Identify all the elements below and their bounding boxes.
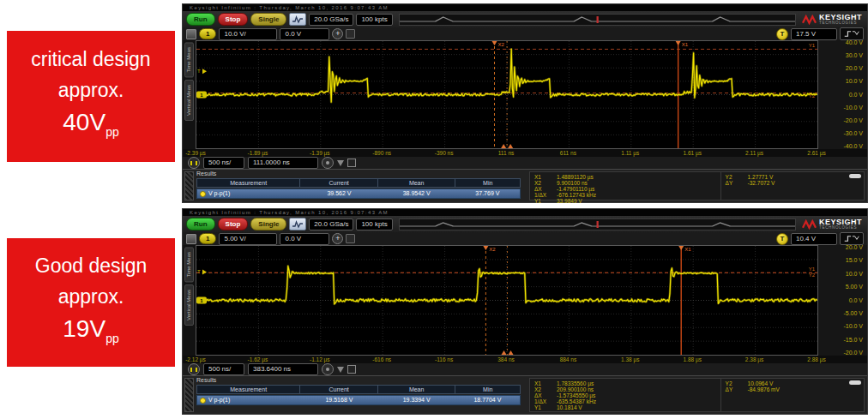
zoom-icon[interactable] bbox=[322, 157, 334, 169]
vertical-scale-field[interactable]: 5.00 V/ bbox=[219, 233, 277, 245]
y-tick-label: 5.00 V bbox=[846, 284, 863, 290]
memory-depth-field[interactable]: 100 kpts bbox=[356, 14, 392, 26]
channel-1-badge[interactable]: 1 bbox=[199, 28, 216, 39]
stop-button[interactable]: Stop bbox=[218, 218, 249, 230]
callout-critical-design: critical design approx. 40Vpp bbox=[7, 31, 175, 162]
voltage-axis: 40.0 V30.0 V20.0 V10.0 V0.0 V-10.0 V-20.… bbox=[818, 40, 867, 149]
trigger-badge[interactable]: T bbox=[776, 233, 788, 245]
svg-text:X2: X2 bbox=[489, 247, 496, 252]
results-title: Results bbox=[196, 377, 216, 383]
waveform-display[interactable]: Y1Y2X2X1T1 bbox=[196, 245, 818, 356]
y-tick-label: 30.0 V bbox=[846, 52, 863, 58]
x-tick-label: 2.61 µs bbox=[807, 150, 825, 156]
readout-scroll-pill[interactable] bbox=[849, 174, 861, 178]
readout-scroll-pill[interactable] bbox=[849, 380, 861, 385]
plot-area: Time Meas Vertical Meas Y1Y2X2X1T1 40.0 … bbox=[183, 40, 867, 149]
y-tick-label: -5.00 V bbox=[843, 309, 863, 315]
brand-name: KEYSIGHT bbox=[819, 218, 862, 225]
y-tick-label: 15.0 V bbox=[846, 257, 863, 263]
results-scrollbar[interactable] bbox=[184, 378, 194, 412]
result-row[interactable]: V p-p(1)19.5168 V19.3394 V18.7704 V bbox=[196, 395, 521, 405]
trigger-level-field[interactable]: 17.5 V bbox=[791, 28, 837, 40]
y-tick-label: -20.0 V bbox=[843, 117, 863, 123]
tab-vertical-meas[interactable]: Vertical Meas bbox=[184, 284, 194, 326]
tab-time-meas[interactable]: Time Meas bbox=[184, 42, 194, 77]
svg-text:X1: X1 bbox=[682, 42, 689, 47]
timebase-scale-field[interactable]: 500 ns/ bbox=[203, 363, 244, 375]
marker-icon[interactable] bbox=[337, 160, 344, 166]
tab-time-meas[interactable]: Time Meas bbox=[184, 247, 194, 282]
y-tick-label: -30.0 V bbox=[843, 129, 863, 135]
waveform-display[interactable]: Y1Y2X2X1T1 bbox=[196, 40, 818, 149]
trigger-badge[interactable]: T bbox=[776, 28, 788, 40]
callout-line: Good design bbox=[35, 250, 147, 281]
timebase-position-field[interactable]: 383.6400 ns bbox=[248, 363, 318, 375]
stop-button[interactable]: Stop bbox=[218, 13, 249, 26]
window-title: Keysight Infiniium : Thursday, March 10,… bbox=[190, 5, 389, 10]
marker-readout-row: Y133.9849 V bbox=[534, 198, 716, 204]
results-column-header: Mean bbox=[378, 178, 456, 188]
display-settings-icon[interactable] bbox=[289, 13, 306, 26]
single-button[interactable]: Single bbox=[250, 218, 286, 230]
keysight-logo: KEYSIGHTTECHNOLOGIES bbox=[802, 218, 864, 230]
expand-button[interactable]: + bbox=[332, 233, 343, 244]
sample-rate-field[interactable]: 20.0 GSa/s bbox=[309, 14, 353, 26]
measure-tabs: Time Meas Vertical Meas bbox=[183, 40, 196, 149]
tab-vertical-meas[interactable]: Vertical Meas bbox=[184, 80, 194, 121]
x-tick-label: 384 ns bbox=[497, 356, 515, 362]
marker-readout-row: X29.900100 ns bbox=[534, 180, 716, 186]
run-control-icon[interactable] bbox=[188, 363, 200, 375]
run-button[interactable]: Run bbox=[186, 218, 215, 230]
y-tick-label: 20.0 V bbox=[846, 65, 863, 71]
vertical-scale-field[interactable]: 10.0 V/ bbox=[219, 28, 277, 40]
results-table: MeasurementCurrentMeanMinV p-p(1)19.5168… bbox=[196, 385, 521, 405]
marker-readout-y: Y210.0964 VΔY-84.9876 mV bbox=[720, 379, 864, 411]
display-settings-icon[interactable] bbox=[289, 218, 306, 230]
results-column-header: Mean bbox=[378, 385, 456, 394]
trigger-level-field[interactable]: 10.4 V bbox=[791, 233, 837, 245]
window-icon[interactable] bbox=[347, 365, 356, 374]
timebase-position-field[interactable]: 111.0000 ns bbox=[248, 157, 318, 169]
channel-color-dot bbox=[200, 398, 206, 404]
menu-button[interactable] bbox=[346, 29, 355, 39]
zoom-icon[interactable] bbox=[322, 363, 334, 375]
plot-area: Time Meas Vertical Meas Y1Y2X2X1T1 20.0 … bbox=[183, 245, 867, 356]
result-row[interactable]: V p-p(1)39.562 V38.9542 V37.769 V bbox=[196, 189, 521, 199]
y-tick-label: -20.0 V bbox=[843, 350, 863, 356]
x-tick-label: -1.62 µs bbox=[248, 356, 268, 362]
x-tick-label: 884 ns bbox=[560, 356, 577, 362]
results-title: Results bbox=[196, 171, 216, 177]
memory-depth-field[interactable]: 100 kpts bbox=[356, 218, 392, 230]
x-tick-label: 1.11 µs bbox=[621, 150, 639, 156]
vertical-offset-field[interactable]: 0.0 V bbox=[280, 233, 329, 245]
expand-button[interactable]: + bbox=[332, 28, 343, 39]
x-tick-label: 2.11 µs bbox=[745, 150, 763, 156]
run-button[interactable]: Run bbox=[186, 13, 215, 26]
marker-readout-y: Y21.27771 VΔY-32.7072 V bbox=[720, 172, 864, 200]
marker-readout-row: ΔY-32.7072 V bbox=[726, 180, 859, 186]
vertical-offset-field[interactable]: 0.0 V bbox=[280, 28, 329, 40]
time-axis: -2.39 µs-1.89 µs-1.39 µs-890 ns-390 ns11… bbox=[183, 149, 867, 157]
single-button[interactable]: Single bbox=[250, 13, 286, 26]
sample-rate-field[interactable]: 20.0 GSa/s bbox=[309, 218, 353, 230]
marker-readout-row: Y210.0964 V bbox=[726, 380, 859, 386]
save-icon[interactable] bbox=[186, 234, 196, 244]
acquisition-preview[interactable] bbox=[399, 218, 796, 230]
marker-readout-row: ΔY-84.9876 mV bbox=[726, 386, 859, 392]
window-icon[interactable] bbox=[347, 159, 356, 167]
acquisition-preview[interactable] bbox=[399, 14, 796, 26]
marker-readout-row: X11.48891120 µs bbox=[534, 174, 716, 180]
menu-button[interactable] bbox=[346, 234, 355, 243]
marker-icon[interactable] bbox=[337, 367, 344, 373]
x-tick-label: -2.12 µs bbox=[185, 356, 206, 362]
marker-readout-row: 1/ΔX-635.54387 kHz bbox=[534, 398, 716, 404]
window-title: Keysight Infiniium : Thursday, March 10,… bbox=[190, 210, 389, 215]
channel-1-badge[interactable]: 1 bbox=[199, 233, 216, 244]
run-control-icon[interactable] bbox=[188, 157, 200, 169]
save-icon[interactable] bbox=[186, 29, 196, 39]
timebase-scale-field[interactable]: 500 ns/ bbox=[203, 157, 244, 169]
y-tick-label: 20.0 V bbox=[846, 244, 863, 250]
x-tick-label: -890 ns bbox=[372, 150, 391, 156]
results-column-header: Measurement bbox=[196, 385, 300, 394]
results-scrollbar[interactable] bbox=[184, 171, 194, 201]
